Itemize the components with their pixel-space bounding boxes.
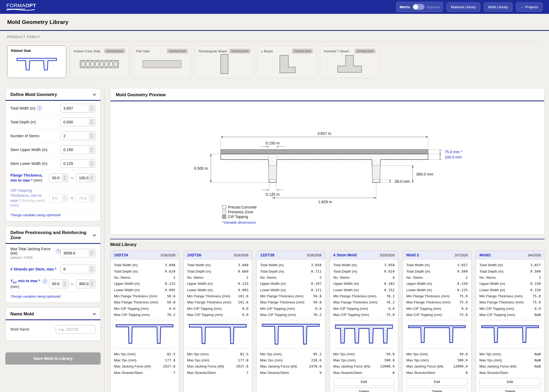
property-label: Max CIP Topping (mm) bbox=[114, 313, 150, 317]
mold-card: 10DT243/16/2026Total Width (m)3.048Total… bbox=[110, 250, 179, 392]
property-row: No. Stems2 bbox=[480, 274, 541, 281]
chevron-down-icon[interactable] bbox=[93, 92, 96, 96]
name-mold-header[interactable]: Name Mold bbox=[6, 308, 100, 319]
save-mold-button[interactable]: Save Mold to Library bbox=[5, 352, 101, 365]
edit-button[interactable]: Edit bbox=[480, 378, 541, 386]
property-label: Max Flange Thickness (mm) bbox=[187, 300, 231, 304]
stepper-icon[interactable] bbox=[89, 105, 94, 111]
coming-soon-badge: Coming Soon bbox=[292, 49, 313, 53]
strands-per-stem-label: # Strands per Stem, max * bbox=[10, 267, 56, 271]
property-value: 7 bbox=[246, 371, 248, 375]
app-logo[interactable]: FORMAOPT bbox=[6, 3, 36, 11]
mold-card-name[interactable]: 10DT26 bbox=[187, 253, 201, 257]
property-value: 0.133 bbox=[238, 282, 248, 286]
unit-toggle[interactable]: Metric Imperial bbox=[396, 2, 443, 12]
legend-precast-label: Precast Concrete bbox=[228, 205, 257, 209]
legend-cip-label: CIP Topping bbox=[228, 215, 248, 219]
property-row: Max Jacking Force (kN)NaN bbox=[480, 363, 541, 369]
property-value: 0.150 bbox=[530, 282, 541, 286]
product-family-card[interactable]: Hollow Core SlabComing Soon bbox=[70, 45, 129, 78]
property-label: No. Stems bbox=[333, 276, 350, 280]
property-row: No. Stems4 bbox=[333, 274, 395, 281]
number-of-stems-row: Number of Stems bbox=[10, 129, 96, 143]
delete-button[interactable]: Delete bbox=[333, 387, 395, 392]
property-value: 0.0 bbox=[315, 307, 321, 311]
property-label: Min CIP Topping (mm) bbox=[187, 307, 222, 311]
mold-card: Mold13/4/2026Total Width (m)3.657Total D… bbox=[476, 250, 545, 392]
mold-card: 12DT283/16/2026Total Width (m)3.658Total… bbox=[256, 250, 325, 392]
stepper-icon[interactable] bbox=[89, 175, 94, 181]
product-family-card[interactable]: Ribbed Slab bbox=[7, 45, 66, 78]
stepper-icon[interactable] bbox=[89, 266, 94, 272]
stepper-icon[interactable] bbox=[89, 133, 94, 139]
stepper-icon[interactable] bbox=[89, 250, 94, 256]
product-family-card[interactable]: Rectangular BeamComing Soon bbox=[195, 45, 254, 78]
mold-library-button[interactable]: Mold Library bbox=[484, 2, 513, 12]
dim-yps-max: 300.0 mm bbox=[416, 172, 433, 176]
product-family-card[interactable]: L BeamComing Soon bbox=[257, 45, 317, 78]
product-family-card[interactable]: Inverted T BeamComing Soon bbox=[320, 45, 379, 78]
property-label: Total Depth (m) bbox=[333, 269, 357, 273]
property-label: Upper Width (m) bbox=[480, 282, 505, 286]
property-value: 0.0 bbox=[242, 307, 248, 311]
property-row: Upper Width (m)0.150 bbox=[480, 281, 541, 287]
property-value: 9 bbox=[319, 371, 322, 375]
stepper-icon[interactable] bbox=[62, 175, 67, 181]
stepper-icon[interactable] bbox=[89, 160, 94, 167]
flange-unit: (mm) bbox=[34, 178, 42, 182]
property-label: Max Strands/Stem bbox=[114, 371, 143, 375]
edit-button[interactable]: Edit bbox=[333, 378, 395, 386]
mold-card-date: 3/4/2026 bbox=[528, 253, 541, 257]
delete-button[interactable]: Delete bbox=[480, 387, 541, 392]
divider bbox=[260, 320, 322, 320]
property-value: 75.0 bbox=[532, 294, 541, 298]
property-row: Max Jacking Force (kN)12000.0 bbox=[333, 363, 395, 369]
mold-card-header: 10DT243/16/2026 bbox=[110, 251, 179, 260]
legend-prestress-swatch bbox=[222, 210, 226, 214]
cip-topping-region bbox=[221, 149, 428, 154]
prestressing-panel-header[interactable]: Define Prestressing and Reinforcing Zone bbox=[6, 226, 100, 243]
property-value: 0.711 bbox=[311, 269, 321, 273]
product-family-heading: PRODUCT FAMILY bbox=[7, 35, 542, 39]
property-label: Max Yps (mm) bbox=[187, 358, 210, 362]
yps-label-base: Y bbox=[10, 279, 13, 283]
property-row: Total Width (m)3.048 bbox=[187, 262, 249, 268]
stepper-icon[interactable] bbox=[89, 119, 94, 125]
mold-card-name[interactable]: 10DT24 bbox=[114, 253, 128, 257]
mold-card-name[interactable]: Mold1 bbox=[480, 253, 491, 257]
mold-card-name[interactable]: 12DT28 bbox=[260, 253, 274, 257]
property-row: Min CIP Topping (mm)0.0 bbox=[480, 306, 541, 312]
property-value: 2 bbox=[539, 276, 541, 280]
help-icon[interactable]: ? bbox=[43, 279, 47, 283]
edit-button[interactable]: Edit bbox=[406, 378, 468, 386]
property-row: Max Strands/Stem7 bbox=[187, 370, 249, 376]
flat-slab-icon bbox=[136, 53, 188, 75]
projects-button[interactable]: ← Projects bbox=[516, 2, 543, 12]
property-value: 2 bbox=[466, 276, 468, 280]
chevron-down-icon[interactable] bbox=[93, 312, 96, 315]
mold-name-input[interactable] bbox=[56, 325, 96, 334]
property-row: Min Flange Thickness (mm)76.2 bbox=[333, 293, 395, 299]
stepper-icon[interactable] bbox=[89, 281, 94, 287]
property-label: Max Yps (mm) bbox=[114, 358, 137, 362]
material-library-button[interactable]: Material Library bbox=[446, 2, 480, 12]
property-row: Max CIP Topping (mm)0.0 bbox=[187, 312, 249, 318]
property-row: Min Yps (mm)82.5 bbox=[114, 351, 175, 357]
property-value: 0.150 bbox=[457, 282, 468, 286]
mold-card-header: Mold 23/7/2026 bbox=[403, 251, 471, 260]
define-mold-geometry-header[interactable]: Define Mold Geometry bbox=[6, 88, 100, 100]
mold-card-name[interactable]: Mold 2 bbox=[406, 253, 419, 257]
unit-toggle-switch[interactable] bbox=[413, 4, 424, 10]
stepper-icon[interactable] bbox=[62, 281, 67, 287]
mold-card-name[interactable]: 4 Stem Mold bbox=[333, 253, 357, 257]
delete-button[interactable]: Delete bbox=[406, 387, 468, 392]
product-family-card[interactable]: Flat SlabComing Soon bbox=[132, 45, 191, 78]
mold-library-grid: 10DT243/16/2026Total Width (m)3.048Total… bbox=[110, 250, 544, 392]
property-row: Total Width (m)3.048 bbox=[114, 262, 175, 268]
property-label: Max CIP Topping (mm) bbox=[333, 313, 369, 317]
stepper-icon[interactable] bbox=[89, 147, 94, 153]
help-icon[interactable]: ? bbox=[37, 106, 42, 110]
help-icon[interactable]: ? bbox=[56, 249, 60, 253]
property-label: Min Yps (mm) bbox=[260, 352, 282, 356]
property-row: Total Width (m)3.657 bbox=[480, 262, 541, 268]
